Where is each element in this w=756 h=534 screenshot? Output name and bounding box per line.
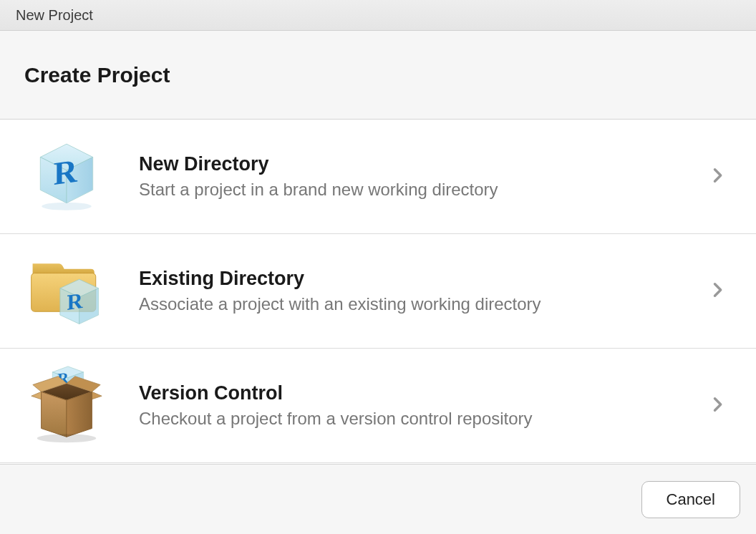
svg-text:R: R: [54, 152, 78, 192]
chevron-right-icon: [707, 280, 736, 303]
page-title: Create Project: [24, 63, 170, 87]
box-r-cube-icon: R: [20, 359, 113, 452]
option-title: New Directory: [139, 153, 707, 175]
option-description: Checkout a project from a version contro…: [139, 409, 707, 429]
option-title: Existing Directory: [139, 268, 707, 290]
options-list: R New Directory Start a project in a bra…: [0, 120, 756, 463]
svg-point-21: [37, 434, 97, 442]
chevron-right-icon: [707, 394, 736, 417]
svg-point-4: [42, 202, 92, 210]
r-cube-icon: R: [20, 130, 113, 223]
svg-text:R: R: [67, 288, 83, 315]
folder-r-cube-icon: R: [20, 245, 113, 338]
cancel-button[interactable]: Cancel: [641, 481, 740, 518]
title-bar: New Project: [0, 0, 756, 31]
option-text: Version Control Checkout a project from …: [113, 382, 707, 429]
option-new-directory[interactable]: R New Directory Start a project in a bra…: [0, 120, 756, 234]
option-description: Associate a project with an existing wor…: [139, 294, 707, 314]
dialog-header: Create Project: [0, 31, 756, 120]
option-title: Version Control: [139, 382, 707, 404]
option-version-control[interactable]: R Version Control Checkout a project fro…: [0, 349, 756, 463]
option-text: Existing Directory Associate a project w…: [113, 268, 707, 314]
window-title: New Project: [16, 7, 93, 24]
option-text: New Directory Start a project in a brand…: [113, 153, 707, 200]
chevron-right-icon: [707, 165, 736, 188]
option-existing-directory[interactable]: R Existing Directory Associate a project…: [0, 234, 756, 349]
option-description: Start a project in a brand new working d…: [139, 180, 707, 200]
dialog-footer: Cancel: [0, 464, 756, 534]
